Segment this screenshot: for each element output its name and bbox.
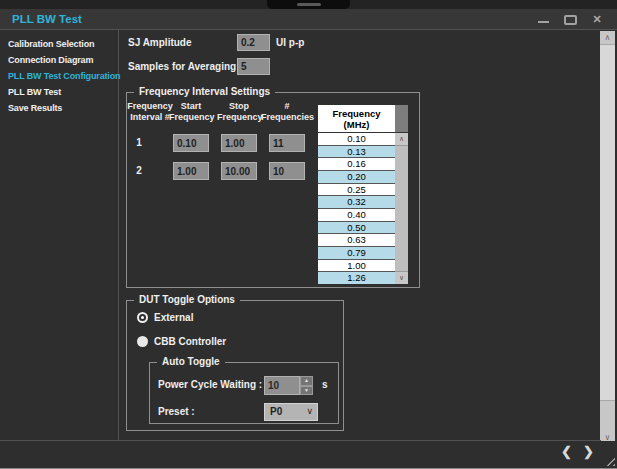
table-row[interactable]: 0.10: [318, 133, 395, 146]
auto-toggle-title: Auto Toggle: [157, 356, 225, 367]
column-header-line: #: [284, 101, 289, 111]
samples-for-averaging-input[interactable]: [237, 58, 270, 75]
auto-toggle-group: Auto Toggle Power Cycle Waiting : ▲ ▼ s …: [149, 362, 339, 424]
spinner-down-button[interactable]: ▼: [300, 386, 313, 396]
spinner-up-icon: ▲: [304, 378, 309, 383]
preset-label: Preset :: [158, 406, 195, 417]
nav-previous-button[interactable]: ❮: [561, 444, 572, 459]
sidebar-item-pll-bw-test[interactable]: PLL BW Test: [0, 84, 118, 100]
sidebar-item-pll-bw-test-configuration[interactable]: PLL BW Test Configuration: [0, 68, 118, 84]
cbb-controller-radio[interactable]: [137, 336, 148, 347]
minimize-icon: [538, 21, 549, 23]
table-row[interactable]: 1.00: [318, 260, 395, 273]
sidebar: Calibration Selection Connection Diagram…: [0, 30, 119, 440]
interval-1-stop-input[interactable]: [221, 134, 257, 152]
column-header-start-frequency: Start Frequency: [169, 101, 213, 123]
column-header-line: Interval #: [130, 112, 170, 122]
external-radio[interactable]: [137, 312, 148, 323]
window-top-strip: [0, 0, 617, 9]
column-header-line: Frequency: [169, 112, 215, 122]
content-panel: SJ Amplitude UI p-p Samples for Averagin…: [120, 30, 600, 440]
interval-1-number: 1: [131, 137, 147, 148]
scroll-up-icon[interactable]: ∧: [395, 133, 408, 145]
bottom-bar: ❮ ❯: [0, 441, 617, 468]
column-header-stop-frequency: Stop Frequency: [217, 101, 261, 123]
column-header-line: Frequency: [127, 101, 173, 111]
main-scrollbar[interactable]: ∧ ∨: [600, 31, 615, 444]
sj-amplitude-unit: UI p-p: [276, 37, 304, 48]
table-row[interactable]: 0.32: [318, 196, 395, 209]
close-icon: ✕: [592, 14, 601, 25]
chevron-down-icon: ∨: [306, 406, 313, 416]
interval-2-start-input[interactable]: [173, 162, 209, 180]
close-button[interactable]: ✕: [589, 12, 605, 28]
frequency-table-header: Frequency (MHz): [318, 105, 395, 133]
frequency-table-body: 0.10 0.13 0.16 0.20 0.25 0.32 0.40 0.50 …: [318, 133, 395, 284]
scroll-down-icon[interactable]: ∨: [395, 272, 408, 284]
pll-bw-test-window: PLL BW Test ✕ Calibration Selection Conn…: [0, 0, 617, 469]
table-row[interactable]: 0.40: [318, 209, 395, 222]
interval-2-count-input[interactable]: [269, 162, 305, 180]
main-scrollbar-thumb[interactable]: [600, 44, 615, 401]
sidebar-item-save-results[interactable]: Save Results: [0, 100, 118, 116]
sj-amplitude-input[interactable]: [237, 34, 270, 51]
window-controls: ✕: [535, 9, 605, 30]
power-cycle-waiting-spinner: ▲ ▼: [264, 376, 313, 395]
table-row[interactable]: 0.79: [318, 247, 395, 260]
sj-amplitude-label: SJ Amplitude: [128, 37, 192, 48]
frequency-table-scrollbar[interactable]: ∧ ∨: [395, 105, 408, 284]
maximize-icon: [564, 15, 577, 25]
column-header-line: Frequency: [217, 112, 263, 122]
column-header-line: Stop: [229, 101, 249, 111]
column-header-frequency-interval: Frequency Interval #: [127, 101, 173, 123]
table-row[interactable]: 0.16: [318, 158, 395, 171]
window-title: PLL BW Test: [12, 13, 82, 25]
power-cycle-waiting-spin-buttons: ▲ ▼: [300, 376, 313, 395]
table-row[interactable]: 1.26: [318, 272, 395, 284]
titlebar: PLL BW Test ✕: [0, 9, 617, 30]
minimize-button[interactable]: [535, 12, 551, 28]
resize-grip[interactable]: [603, 454, 615, 466]
drag-handle-icon: [297, 3, 321, 6]
frequency-table-scrollbar-track[interactable]: ∧ ∨: [395, 133, 408, 284]
frequency-interval-settings-group: Frequency Interval Settings Frequency In…: [126, 92, 420, 288]
cbb-controller-radio-row: CBB Controller: [137, 336, 226, 347]
sidebar-item-calibration-selection[interactable]: Calibration Selection: [0, 36, 118, 52]
frequency-table-scrollbar-thumb[interactable]: [395, 145, 408, 272]
spinner-down-icon: ▼: [304, 388, 309, 393]
frequency-interval-settings-title: Frequency Interval Settings: [134, 86, 275, 97]
window-drag-tab[interactable]: [267, 0, 350, 9]
frequency-table: Frequency (MHz) 0.10 0.13 0.16 0.20 0.25…: [318, 105, 408, 284]
table-row[interactable]: 0.13: [318, 146, 395, 159]
preset-dropdown[interactable]: P0 ∨: [264, 403, 318, 421]
preset-dropdown-value: P0: [270, 406, 282, 417]
interval-2-stop-input[interactable]: [221, 162, 257, 180]
dut-toggle-options-group: DUT Toggle Options External CBB Controll…: [126, 300, 344, 431]
power-cycle-waiting-input[interactable]: [264, 376, 300, 395]
column-header-num-frequencies: # Frequencies: [261, 101, 313, 123]
external-radio-label: External: [154, 312, 193, 323]
frequency-table-header-line: (MHz): [344, 119, 370, 130]
scroll-up-icon[interactable]: ∧: [600, 31, 615, 44]
samples-for-averaging-label: Samples for Averaging: [128, 61, 236, 72]
column-header-line: Frequencies: [261, 112, 314, 122]
spinner-up-button[interactable]: ▲: [300, 376, 313, 386]
frequency-table-header-line: Frequency: [332, 108, 380, 119]
external-radio-row: External: [137, 312, 193, 323]
frequency-table-main: Frequency (MHz) 0.10 0.13 0.16 0.20 0.25…: [318, 105, 395, 284]
power-cycle-waiting-label: Power Cycle Waiting :: [158, 379, 262, 390]
interval-1-start-input[interactable]: [173, 134, 209, 152]
table-row[interactable]: 0.20: [318, 171, 395, 184]
sidebar-item-connection-diagram[interactable]: Connection Diagram: [0, 52, 118, 68]
nav-next-button[interactable]: ❯: [583, 444, 594, 459]
table-row[interactable]: 0.50: [318, 222, 395, 235]
interval-1-count-input[interactable]: [269, 134, 305, 152]
cbb-controller-radio-label: CBB Controller: [154, 336, 226, 347]
dut-toggle-options-title: DUT Toggle Options: [134, 294, 240, 305]
interval-2-number: 2: [131, 165, 147, 176]
maximize-button[interactable]: [562, 12, 578, 28]
table-row[interactable]: 0.25: [318, 184, 395, 197]
table-row[interactable]: 0.63: [318, 234, 395, 247]
column-header-line: Start: [181, 101, 202, 111]
power-cycle-waiting-unit: s: [322, 379, 328, 390]
